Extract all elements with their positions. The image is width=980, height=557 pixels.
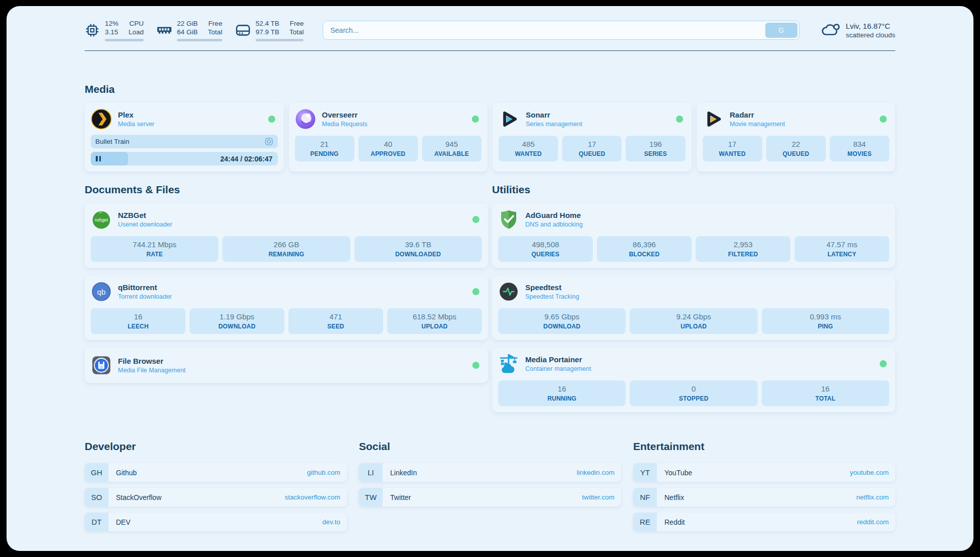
service-name: Overseerr	[322, 110, 368, 120]
bookmark-url: reddit.com	[857, 518, 889, 526]
bookmark-link-twitter[interactable]: TW Twitter twitter.com	[359, 488, 621, 507]
bookmark-link-github[interactable]: GH Github github.com	[85, 463, 347, 482]
disk-free-value: 52.4 TB	[256, 19, 279, 28]
cpu-progress-bar	[105, 39, 144, 41]
stat-label: BLOCKED	[599, 251, 690, 258]
stat-box: 17 WANTED	[703, 136, 762, 161]
stat-value: 266 GB	[224, 240, 348, 249]
stat-box: 1.19 Gbps DOWNLOAD	[190, 308, 284, 334]
service-link-plex[interactable]: Plex Media server	[91, 108, 278, 130]
stat-value: 40	[360, 139, 416, 149]
bookmark-link-reddit[interactable]: RE Reddit reddit.com	[633, 513, 895, 531]
bookmark-name: LinkedIn	[390, 469, 417, 477]
stat-label: TOTAL	[764, 395, 887, 402]
qbittorrent-icon: qb	[91, 281, 112, 302]
stat-box: 16 RUNNING	[498, 380, 626, 406]
service-name: NZBGet	[118, 210, 172, 220]
service-name: File Browser	[118, 356, 186, 366]
bookmark-url: stackoverflow.com	[285, 493, 340, 501]
stat-box: 744.21 Mbps RATE	[91, 236, 218, 262]
bookmark-link-youtube[interactable]: YT YouTube youtube.com	[633, 463, 895, 482]
bookmark-link-linkedin[interactable]: LI LinkedIn linkedin.com	[359, 463, 621, 482]
pause-icon	[96, 156, 101, 161]
service-link-overseerr[interactable]: Overseerr Media Requests	[295, 108, 482, 130]
search-provider-button[interactable]: G	[765, 23, 798, 38]
bookmark-url: dev.to	[322, 518, 340, 526]
service-card-portainer: Media Portainer Container management 16 …	[492, 348, 895, 412]
service-card-speedtest: Speedtest Speedtest Tracking 9.65 Gbps D…	[492, 275, 895, 340]
sonarr-icon	[499, 108, 520, 130]
now-playing-time: 24:44 / 02:06:47	[220, 155, 278, 163]
stat-box: 40 APPROVED	[358, 136, 418, 161]
stat-box: 471 SEED	[288, 308, 383, 334]
bookmark-link-netflix[interactable]: NF Netflix netflix.com	[633, 488, 895, 507]
svg-text:nzbget: nzbget	[95, 217, 108, 222]
cpu-label-1: CPU	[130, 19, 144, 28]
search-input[interactable]	[323, 21, 799, 40]
bookmark-name: Github	[116, 469, 137, 477]
bookmark-group-entertainment: Entertainment YT YouTube youtube.com NF …	[633, 440, 895, 537]
dashboard-page: 12% 3.15 CPU Load 22 GiB	[7, 6, 973, 551]
disk-total-value: 97.9 TB	[256, 28, 279, 36]
stat-value: 1.19 Gbps	[192, 312, 282, 321]
service-link-speedtest[interactable]: Speedtest Speedtest Tracking	[498, 281, 889, 302]
service-link-adguard[interactable]: AdGuard Home DNS and adblocking	[498, 209, 889, 230]
service-link-radarr[interactable]: Radarr Movie management	[703, 108, 890, 130]
memory-label-1: Free	[208, 19, 222, 28]
bookmark-group-developer: Developer GH Github github.com SO StackO…	[85, 440, 347, 537]
bookmark-abbr: LI	[359, 463, 383, 482]
service-link-qbittorrent[interactable]: qb qBittorrent Torrent downloader	[91, 281, 482, 302]
stat-value: 16	[500, 384, 624, 394]
stat-box: 47.57 ms LATENCY	[794, 236, 889, 262]
stat-value: 498,508	[500, 240, 591, 249]
stat-value: 2,953	[698, 240, 788, 249]
stat-value: 9.65 Gbps	[500, 312, 624, 321]
service-link-nzbget[interactable]: nzbget NZBGet Usenet downloader	[91, 209, 482, 230]
stat-value: 196	[628, 139, 683, 149]
stat-box: 498,508 QUERIES	[498, 236, 593, 262]
stat-box: 22 QUEUED	[766, 136, 826, 161]
section-title-developer: Developer	[85, 440, 347, 453]
status-dot-online	[268, 116, 275, 123]
bookmark-abbr: GH	[85, 463, 108, 482]
service-link-sonarr[interactable]: Sonarr Series management	[499, 108, 686, 130]
top-bar: 12% 3.15 CPU Load 22 GiB	[85, 6, 895, 41]
stat-box: 618.52 Mbps UPLOAD	[387, 308, 482, 334]
stat-value: 744.21 Mbps	[93, 240, 216, 249]
cpu-icon	[85, 23, 100, 37]
service-name: Media Portainer	[525, 355, 591, 364]
topbar-divider	[85, 50, 895, 51]
stat-label: QUEUED	[564, 150, 620, 157]
stat-value: 39.6 TB	[356, 240, 480, 249]
section-title-media: Media	[85, 83, 895, 95]
status-dot-online	[472, 116, 479, 123]
stat-box: 17 QUEUED	[562, 136, 622, 161]
bookmark-link-dev[interactable]: DT DEV dev.to	[85, 513, 347, 531]
stat-label: SEED	[290, 323, 381, 330]
disk-label-2: Total	[289, 28, 304, 36]
stat-label: RATE	[93, 251, 216, 258]
stat-box: 39.6 TB DOWNLOADED	[354, 236, 482, 262]
bookmark-abbr: SO	[85, 488, 108, 507]
stat-value: 16	[93, 312, 183, 321]
status-dot-online	[472, 362, 479, 369]
cpu-label-2: Load	[129, 28, 144, 36]
section-title-social: Social	[359, 440, 621, 453]
memory-icon	[157, 26, 172, 35]
session-icon	[265, 137, 273, 146]
stat-label: PENDING	[297, 150, 352, 157]
service-description: Movie management	[730, 121, 785, 128]
stat-value: 945	[424, 139, 479, 149]
service-card-qbittorrent: qb qBittorrent Torrent downloader 16 LEE…	[85, 275, 488, 340]
stat-label: UPLOAD	[389, 323, 480, 330]
memory-label-2: Total	[208, 28, 222, 36]
service-name: Speedtest	[525, 283, 579, 292]
bookmark-link-stackoverflow[interactable]: SO StackOverflow stackoverflow.com	[85, 488, 347, 507]
stat-box: 9.65 Gbps DOWNLOAD	[498, 308, 626, 334]
service-link-portainer[interactable]: Media Portainer Container management	[498, 353, 889, 374]
stat-label: QUERIES	[500, 251, 591, 258]
bookmark-name: Netflix	[664, 493, 684, 502]
section-documents-files: Documents & Files nzbget NZBGet Usenet d…	[85, 184, 488, 412]
filebrowser-icon	[91, 355, 112, 376]
service-link-filebrowser[interactable]: File Browser Media File Management	[91, 355, 482, 376]
